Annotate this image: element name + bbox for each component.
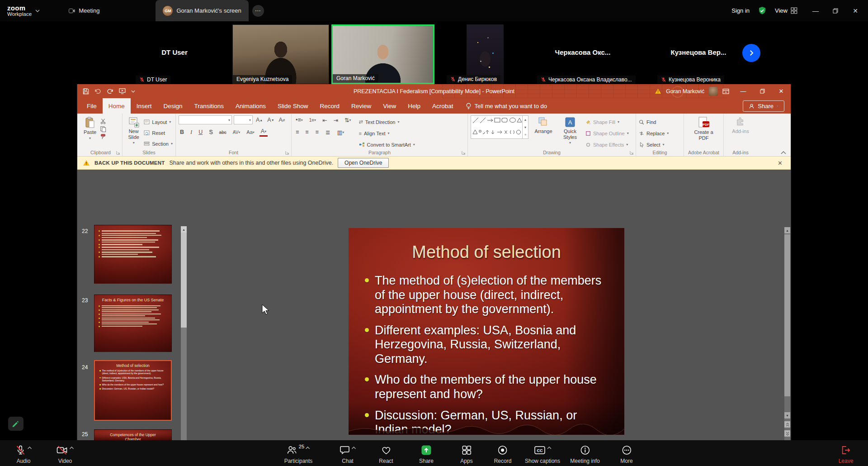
layout-button[interactable]: Layout▾ <box>144 117 173 127</box>
dialog-launcher-icon[interactable] <box>285 151 289 155</box>
shapes-gallery[interactable]: ▲ ▼ ≡ <box>471 115 528 139</box>
close-notification-icon[interactable]: ✕ <box>775 160 785 166</box>
security-shield-icon[interactable] <box>758 6 767 15</box>
align-text-button[interactable]: ≡Align Text▾ <box>359 128 415 138</box>
align-right-button[interactable]: ≡ <box>314 128 320 137</box>
menu-design[interactable]: Design <box>158 98 189 114</box>
shapes-scroll-up-icon[interactable]: ▲ <box>523 116 528 124</box>
bold-button[interactable]: B <box>179 128 185 137</box>
scrollbar-thumb[interactable] <box>784 234 790 396</box>
quick-styles-button[interactable]: A Quick Styles ▾ <box>558 115 582 145</box>
addins-button[interactable]: Add-ins <box>726 115 755 134</box>
menu-animations[interactable]: Animations <box>230 98 272 114</box>
replace-button[interactable]: Replace▾ <box>639 128 681 138</box>
reset-button[interactable]: Reset <box>144 128 173 138</box>
strikethrough-button[interactable]: abc <box>218 128 228 137</box>
dialog-launcher-icon[interactable] <box>630 151 634 155</box>
next-participants-button[interactable] <box>742 44 760 62</box>
more-button[interactable]: More <box>620 445 632 464</box>
section-button[interactable]: Section▾ <box>144 139 173 148</box>
tell-me-box[interactable]: Tell me what you want to do <box>459 98 553 114</box>
leave-button[interactable]: Leave <box>839 445 854 464</box>
tab-screen-share[interactable]: GM Goran Marković's screen <box>156 0 248 21</box>
slide-thumbnail-22[interactable] <box>94 225 172 284</box>
bullets-button[interactable]: •≡▾ <box>294 115 304 124</box>
scroll-up-icon[interactable]: ▲ <box>784 227 790 233</box>
chat-button[interactable]: Chat <box>340 445 356 464</box>
react-button[interactable]: React <box>379 445 393 464</box>
character-spacing-button[interactable]: AV▾ <box>231 128 242 137</box>
ppt-close-button[interactable]: ✕ <box>772 84 791 98</box>
share-screen-button[interactable]: Share <box>419 445 434 464</box>
previous-slide-button[interactable] <box>784 421 790 428</box>
menu-insert[interactable]: Insert <box>131 98 158 114</box>
clear-formatting-button[interactable]: A⌀ <box>278 115 287 124</box>
participant-tile-evgeniya[interactable]: Evgeniya Kuznetsova <box>232 24 329 84</box>
font-name-combo[interactable]: ▾ <box>179 115 232 124</box>
format-painter-icon[interactable] <box>100 133 106 140</box>
collapse-ribbon-icon[interactable] <box>781 151 786 154</box>
italic-button[interactable]: I <box>189 128 193 137</box>
scrollbar-thumb[interactable] <box>181 233 187 328</box>
menu-acrobat[interactable]: Acrobat <box>426 98 459 114</box>
ppt-restore-button[interactable] <box>753 84 772 98</box>
create-pdf-button[interactable]: PDF Create a PDF <box>687 115 721 141</box>
document-scrollbar[interactable]: ▲ ▼ <box>784 227 790 440</box>
shapes-gallery-scrollbar[interactable]: ▲ ▼ ≡ <box>522 116 528 138</box>
paste-button[interactable]: Paste ▾ <box>82 115 98 140</box>
columns-button[interactable]: ▥▾ <box>335 128 345 137</box>
warning-icon[interactable] <box>655 88 661 94</box>
video-button[interactable]: Video <box>57 445 74 464</box>
align-center-button[interactable]: ≡ <box>304 128 310 137</box>
dialog-launcher-icon[interactable] <box>462 151 466 155</box>
menu-transitions[interactable]: Transitions <box>189 98 230 114</box>
save-icon[interactable] <box>83 88 89 95</box>
underline-button[interactable]: U <box>197 128 204 137</box>
thumbnails-scrollbar[interactable]: ▲ <box>181 226 187 440</box>
new-slide-button[interactable]: New Slide ▾ <box>125 115 142 145</box>
chevron-up-icon[interactable] <box>70 447 74 449</box>
slide-thumbnail-24-selected[interactable]: Method of selection The method of (s)ele… <box>94 360 172 421</box>
chevron-up-icon[interactable] <box>547 447 551 449</box>
audio-button[interactable]: Audio <box>15 445 32 464</box>
account-avatar[interactable] <box>709 87 718 96</box>
chevron-up-icon[interactable] <box>352 447 356 449</box>
record-button[interactable]: Record <box>494 445 512 464</box>
arrange-button[interactable]: Arrange <box>532 115 555 134</box>
select-button[interactable]: Select▾ <box>639 140 681 149</box>
menu-record[interactable]: Record <box>314 98 345 114</box>
next-slide-button[interactable] <box>784 430 790 437</box>
redo-icon[interactable] <box>107 88 113 94</box>
apps-button[interactable]: Apps <box>460 445 472 464</box>
menu-help[interactable]: Help <box>402 98 426 114</box>
participants-button[interactable]: 25 Participants <box>284 445 313 464</box>
justify-button[interactable]: ≣ <box>324 128 331 137</box>
sign-in-link[interactable]: Sign in <box>731 7 750 14</box>
slide-thumbnail-25[interactable]: Competences of the Upper Chamber <box>94 429 172 440</box>
tab-meeting[interactable]: Meeting <box>61 0 107 21</box>
find-button[interactable]: Find <box>639 117 681 127</box>
shape-outline-button[interactable]: Shape Outline▾ <box>585 128 629 138</box>
dialog-launcher-icon[interactable] <box>116 151 120 155</box>
ribbon-display-options-icon[interactable] <box>722 89 729 94</box>
copy-icon[interactable] <box>100 126 106 132</box>
menu-home[interactable]: Home <box>103 98 131 114</box>
participant-tile-denis[interactable]: Денис Бирюков <box>467 24 504 84</box>
participant-tile-dt-user[interactable]: DT User DT User <box>118 24 231 84</box>
shape-fill-button[interactable]: Shape Fill▾ <box>585 117 629 127</box>
open-onedrive-button[interactable]: Open OneDrive <box>338 158 389 168</box>
annotation-tool-button[interactable] <box>8 417 24 431</box>
increase-font-size-button[interactable]: A▲ <box>255 115 264 124</box>
text-direction-button[interactable]: ⇄Text Direction▾ <box>359 117 415 127</box>
menu-view[interactable]: View <box>377 98 402 114</box>
scroll-down-icon[interactable]: ▼ <box>784 412 790 418</box>
undo-icon[interactable] <box>94 88 101 94</box>
account-name[interactable]: Goran Marković <box>666 88 704 95</box>
zoom-workplace-logo[interactable]: zoom Workplace <box>0 5 46 17</box>
change-case-button[interactable]: Aa▾ <box>245 128 255 137</box>
start-slideshow-icon[interactable] <box>119 88 126 94</box>
participant-tile-cherkasova[interactable]: Черкасова Окс... Черкасова Оксана Владис… <box>524 24 641 84</box>
slide-thumbnail-23[interactable]: Facts & Figures on the US Senate <box>94 295 172 352</box>
meeting-info-button[interactable]: Meeting info <box>570 445 599 464</box>
shape-effects-button[interactable]: Shape Effects▾ <box>585 140 629 149</box>
